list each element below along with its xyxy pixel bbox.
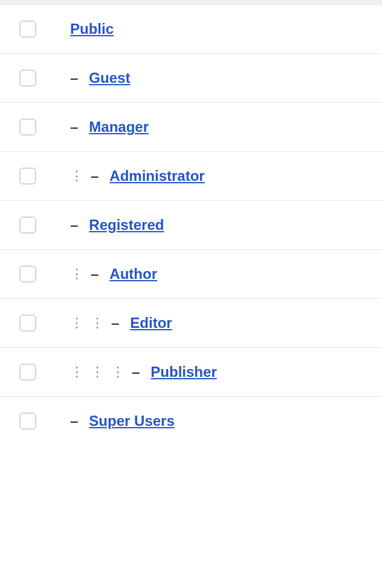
group-row: Public bbox=[0, 5, 382, 54]
select-checkbox[interactable] bbox=[19, 70, 36, 87]
header-divider bbox=[0, 0, 382, 5]
select-checkbox[interactable] bbox=[19, 413, 36, 430]
select-checkbox[interactable] bbox=[19, 364, 36, 381]
select-checkbox[interactable] bbox=[19, 168, 36, 185]
group-row: ⋮ ⋮ – Editor bbox=[0, 299, 382, 348]
group-link-registered[interactable]: Registered bbox=[89, 217, 164, 234]
select-checkbox[interactable] bbox=[19, 266, 36, 283]
tree-dash-icon: – bbox=[70, 218, 78, 232]
tree-dash-icon: – bbox=[111, 316, 119, 330]
select-checkbox[interactable] bbox=[19, 119, 36, 136]
group-link-editor[interactable]: Editor bbox=[130, 315, 172, 332]
group-link-guest[interactable]: Guest bbox=[89, 70, 130, 87]
group-row: – Super Users bbox=[0, 397, 382, 445]
tree-dash-icon: – bbox=[91, 169, 99, 183]
group-link-administrator[interactable]: Administrator bbox=[109, 168, 204, 185]
tree-dash-icon: – bbox=[132, 365, 140, 379]
tree-dash-icon: – bbox=[70, 414, 78, 428]
group-row: – Guest bbox=[0, 54, 382, 103]
tree-dots-icon: ⋮ bbox=[70, 316, 91, 330]
tree-dash-icon: – bbox=[70, 71, 78, 85]
select-checkbox[interactable] bbox=[19, 217, 36, 234]
tree-dots-icon: ⋮ bbox=[70, 365, 91, 379]
select-checkbox[interactable] bbox=[19, 21, 36, 38]
tree-dots-icon: ⋮ bbox=[91, 316, 111, 330]
group-link-publisher[interactable]: Publisher bbox=[151, 364, 216, 381]
tree-dash-icon: – bbox=[70, 120, 78, 134]
select-checkbox[interactable] bbox=[19, 315, 36, 332]
group-link-author[interactable]: Author bbox=[109, 266, 157, 283]
group-row: – Manager bbox=[0, 103, 382, 152]
group-link-public[interactable]: Public bbox=[70, 21, 114, 38]
group-row: ⋮ – Administrator bbox=[0, 152, 382, 201]
group-row: ⋮ ⋮ ⋮ – Publisher bbox=[0, 348, 382, 397]
tree-dots-icon: ⋮ bbox=[91, 365, 111, 379]
group-row: – Registered bbox=[0, 201, 382, 250]
tree-dots-icon: ⋮ bbox=[70, 169, 91, 183]
tree-dash-icon: – bbox=[91, 267, 99, 281]
group-link-manager[interactable]: Manager bbox=[89, 119, 149, 136]
group-row: ⋮ – Author bbox=[0, 250, 382, 299]
tree-dots-icon: ⋮ bbox=[70, 267, 91, 281]
group-link-super-users[interactable]: Super Users bbox=[89, 413, 174, 430]
tree-dots-icon: ⋮ bbox=[111, 365, 132, 379]
